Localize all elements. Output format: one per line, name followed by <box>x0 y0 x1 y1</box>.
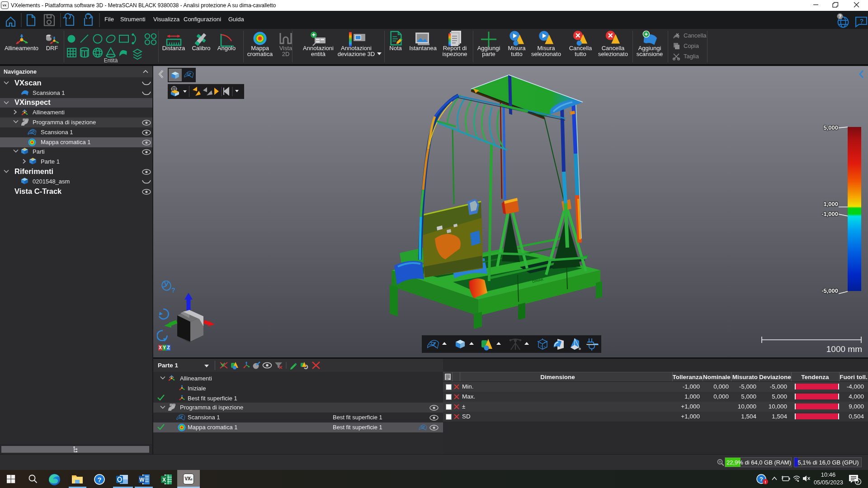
svg-text:!: ! <box>765 480 766 484</box>
svg-text:vx: vx <box>3 3 7 7</box>
svg-text:X: X <box>162 477 166 483</box>
svg-text:?: ? <box>839 14 842 19</box>
svg-text:W: W <box>139 477 145 483</box>
svg-text:7: 7 <box>857 479 859 484</box>
svg-text:?: ? <box>760 476 763 483</box>
svg-text:?: ? <box>860 18 864 25</box>
svg-text:?: ? <box>97 476 101 483</box>
